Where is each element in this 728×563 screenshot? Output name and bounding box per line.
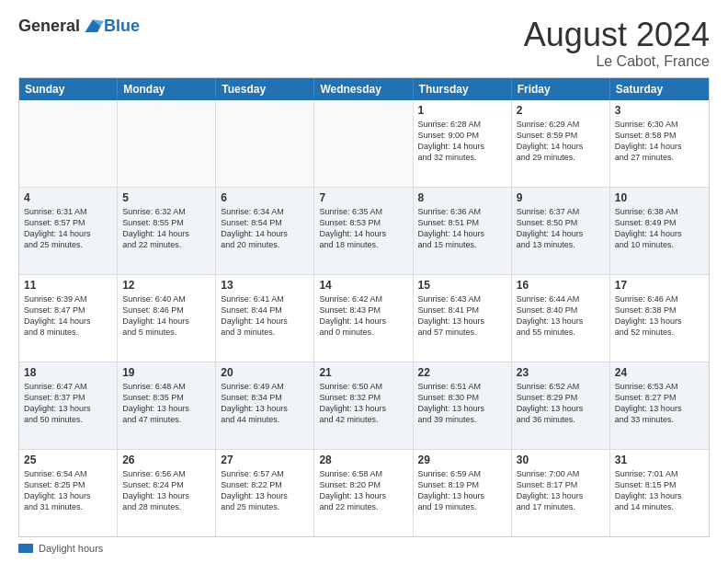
- calendar-cell: [314, 100, 413, 187]
- day-number: 9: [517, 191, 605, 204]
- logo-icon: [82, 17, 104, 36]
- cell-info: Sunrise: 6:46 AM Sunset: 8:38 PM Dayligh…: [615, 293, 704, 339]
- day-number: 20: [221, 366, 309, 379]
- day-number: 26: [122, 454, 210, 466]
- calendar-cell: 18Sunrise: 6:47 AM Sunset: 8:37 PM Dayli…: [19, 362, 118, 449]
- calendar-cell: [216, 100, 314, 187]
- footer: Daylight hours: [18, 543, 710, 554]
- calendar-cell: 21Sunrise: 6:50 AM Sunset: 8:32 PM Dayli…: [314, 362, 413, 449]
- day-number: 14: [319, 279, 407, 292]
- cell-info: Sunrise: 6:51 AM Sunset: 8:30 PM Dayligh…: [418, 381, 506, 426]
- header-day-monday: Monday: [118, 78, 216, 100]
- calendar-week-2: 4Sunrise: 6:31 AM Sunset: 8:57 PM Daylig…: [19, 188, 709, 275]
- logo-general: General: [18, 17, 80, 36]
- cell-info: Sunrise: 6:40 AM Sunset: 8:46 PM Dayligh…: [122, 293, 210, 339]
- calendar-cell: 14Sunrise: 6:42 AM Sunset: 8:43 PM Dayli…: [314, 275, 413, 362]
- calendar-cell: 26Sunrise: 6:56 AM Sunset: 8:24 PM Dayli…: [118, 450, 216, 536]
- calendar-cell: 20Sunrise: 6:49 AM Sunset: 8:34 PM Dayli…: [216, 362, 314, 449]
- cell-info: Sunrise: 6:43 AM Sunset: 8:41 PM Dayligh…: [418, 293, 506, 339]
- title-block: August 2024 Le Cabot, France: [524, 17, 710, 70]
- cell-info: Sunrise: 6:42 AM Sunset: 8:43 PM Dayligh…: [319, 293, 407, 339]
- day-number: 13: [221, 279, 309, 292]
- calendar-cell: 23Sunrise: 6:52 AM Sunset: 8:29 PM Dayli…: [512, 362, 610, 449]
- day-number: 5: [122, 191, 210, 204]
- subtitle: Le Cabot, France: [524, 53, 710, 70]
- day-number: 19: [122, 366, 210, 379]
- calendar-week-3: 11Sunrise: 6:39 AM Sunset: 8:47 PM Dayli…: [19, 275, 709, 362]
- day-number: 23: [517, 366, 605, 379]
- calendar-cell: [118, 100, 216, 187]
- calendar-cell: 27Sunrise: 6:57 AM Sunset: 8:22 PM Dayli…: [216, 450, 314, 536]
- cell-info: Sunrise: 7:00 AM Sunset: 8:17 PM Dayligh…: [517, 468, 605, 513]
- day-number: 6: [221, 191, 309, 204]
- day-number: 1: [418, 104, 506, 117]
- cell-info: Sunrise: 6:30 AM Sunset: 8:58 PM Dayligh…: [615, 119, 704, 164]
- cell-info: Sunrise: 6:29 AM Sunset: 8:59 PM Dayligh…: [517, 119, 605, 164]
- calendar-cell: 12Sunrise: 6:40 AM Sunset: 8:46 PM Dayli…: [118, 275, 216, 362]
- calendar-header: SundayMondayTuesdayWednesdayThursdayFrid…: [19, 78, 709, 100]
- day-number: 21: [319, 366, 407, 379]
- day-number: 31: [615, 454, 704, 466]
- day-number: 18: [24, 366, 112, 379]
- calendar-cell: 24Sunrise: 6:53 AM Sunset: 8:27 PM Dayli…: [610, 362, 709, 449]
- cell-info: Sunrise: 6:28 AM Sunset: 9:00 PM Dayligh…: [418, 119, 506, 164]
- cell-info: Sunrise: 6:50 AM Sunset: 8:32 PM Dayligh…: [319, 381, 407, 426]
- cell-info: Sunrise: 6:48 AM Sunset: 8:35 PM Dayligh…: [122, 381, 210, 426]
- calendar-cell: 3Sunrise: 6:30 AM Sunset: 8:58 PM Daylig…: [610, 100, 709, 187]
- cell-info: Sunrise: 6:37 AM Sunset: 8:50 PM Dayligh…: [517, 206, 605, 251]
- cell-info: Sunrise: 6:49 AM Sunset: 8:34 PM Dayligh…: [221, 381, 309, 426]
- calendar-cell: 16Sunrise: 6:44 AM Sunset: 8:40 PM Dayli…: [512, 275, 610, 362]
- day-number: 8: [418, 191, 506, 204]
- calendar-cell: 19Sunrise: 6:48 AM Sunset: 8:35 PM Dayli…: [118, 362, 216, 449]
- calendar-cell: 1Sunrise: 6:28 AM Sunset: 9:00 PM Daylig…: [414, 100, 512, 187]
- cell-info: Sunrise: 6:35 AM Sunset: 8:53 PM Dayligh…: [319, 206, 407, 251]
- calendar-cell: 2Sunrise: 6:29 AM Sunset: 8:59 PM Daylig…: [512, 100, 610, 187]
- calendar-cell: 22Sunrise: 6:51 AM Sunset: 8:30 PM Dayli…: [414, 362, 512, 449]
- day-number: 17: [615, 279, 704, 292]
- cell-info: Sunrise: 6:44 AM Sunset: 8:40 PM Dayligh…: [517, 293, 605, 339]
- header-day-tuesday: Tuesday: [216, 78, 314, 100]
- calendar-cell: 29Sunrise: 6:59 AM Sunset: 8:19 PM Dayli…: [414, 450, 512, 536]
- day-number: 10: [615, 191, 704, 204]
- day-number: 2: [517, 104, 605, 117]
- day-number: 22: [418, 366, 506, 379]
- cell-info: Sunrise: 6:58 AM Sunset: 8:20 PM Dayligh…: [319, 468, 407, 513]
- calendar-cell: 10Sunrise: 6:38 AM Sunset: 8:49 PM Dayli…: [610, 188, 709, 274]
- calendar-cell: 5Sunrise: 6:32 AM Sunset: 8:55 PM Daylig…: [118, 188, 216, 274]
- calendar-cell: 8Sunrise: 6:36 AM Sunset: 8:51 PM Daylig…: [414, 188, 512, 274]
- page: General Blue August 2024 Le Cabot, Franc…: [0, 0, 728, 563]
- day-number: 7: [319, 191, 407, 204]
- cell-info: Sunrise: 6:57 AM Sunset: 8:22 PM Dayligh…: [221, 468, 309, 513]
- calendar-body: 1Sunrise: 6:28 AM Sunset: 9:00 PM Daylig…: [19, 100, 709, 536]
- cell-info: Sunrise: 6:39 AM Sunset: 8:47 PM Dayligh…: [24, 293, 112, 339]
- cell-info: Sunrise: 6:41 AM Sunset: 8:44 PM Dayligh…: [221, 293, 309, 339]
- cell-info: Sunrise: 7:01 AM Sunset: 8:15 PM Dayligh…: [615, 468, 704, 513]
- calendar-cell: 15Sunrise: 6:43 AM Sunset: 8:41 PM Dayli…: [414, 275, 512, 362]
- calendar-cell: [19, 100, 118, 187]
- cell-info: Sunrise: 6:38 AM Sunset: 8:49 PM Dayligh…: [615, 206, 704, 251]
- day-number: 24: [615, 366, 704, 379]
- day-number: 25: [24, 454, 112, 466]
- calendar-cell: 30Sunrise: 7:00 AM Sunset: 8:17 PM Dayli…: [512, 450, 610, 536]
- daylight-label: Daylight hours: [39, 543, 103, 554]
- calendar-cell: 28Sunrise: 6:58 AM Sunset: 8:20 PM Dayli…: [314, 450, 413, 536]
- calendar-cell: 9Sunrise: 6:37 AM Sunset: 8:50 PM Daylig…: [512, 188, 610, 274]
- calendar-cell: 25Sunrise: 6:54 AM Sunset: 8:25 PM Dayli…: [19, 450, 118, 536]
- cell-info: Sunrise: 6:59 AM Sunset: 8:19 PM Dayligh…: [418, 468, 506, 513]
- header-day-thursday: Thursday: [414, 78, 512, 100]
- cell-info: Sunrise: 6:54 AM Sunset: 8:25 PM Dayligh…: [24, 468, 112, 513]
- calendar-cell: 7Sunrise: 6:35 AM Sunset: 8:53 PM Daylig…: [314, 188, 413, 274]
- calendar-cell: 6Sunrise: 6:34 AM Sunset: 8:54 PM Daylig…: [216, 188, 314, 274]
- cell-info: Sunrise: 6:52 AM Sunset: 8:29 PM Dayligh…: [517, 381, 605, 426]
- calendar-week-1: 1Sunrise: 6:28 AM Sunset: 9:00 PM Daylig…: [19, 100, 709, 188]
- cell-info: Sunrise: 6:31 AM Sunset: 8:57 PM Dayligh…: [24, 206, 112, 251]
- header-day-sunday: Sunday: [19, 78, 118, 100]
- day-number: 27: [221, 454, 309, 466]
- header-day-wednesday: Wednesday: [314, 78, 413, 100]
- cell-info: Sunrise: 6:53 AM Sunset: 8:27 PM Dayligh…: [615, 381, 704, 426]
- day-number: 12: [122, 279, 210, 292]
- cell-info: Sunrise: 6:34 AM Sunset: 8:54 PM Dayligh…: [221, 206, 309, 251]
- day-number: 16: [517, 279, 605, 292]
- header-day-saturday: Saturday: [610, 78, 709, 100]
- day-number: 15: [418, 279, 506, 292]
